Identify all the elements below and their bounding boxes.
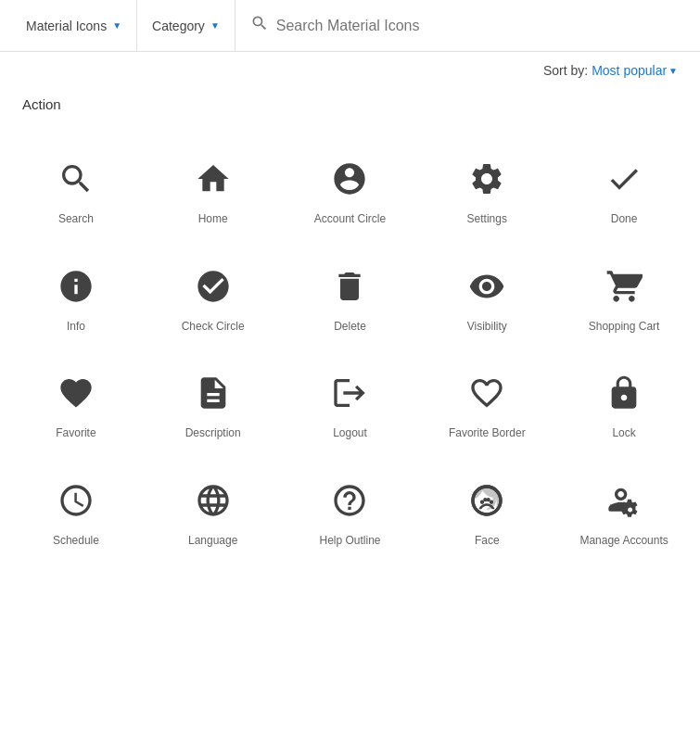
account-circle-label: Account Circle — [314, 212, 386, 227]
done-icon — [602, 157, 646, 201]
language-icon — [191, 478, 235, 523]
done-label: Done — [611, 212, 638, 227]
help-outline-label: Help Outline — [319, 534, 380, 549]
sort-value[interactable]: Most popular — [592, 63, 667, 78]
shopping-cart-icon — [602, 264, 646, 309]
check-circle-icon — [191, 264, 235, 309]
sort-bar: Sort by: Most popular ▼ — [0, 52, 700, 89]
search-icon — [250, 14, 269, 37]
icon-item-favorite[interactable]: Favorite — [7, 348, 145, 456]
delete-label: Delete — [334, 320, 366, 335]
icon-item-description[interactable]: Description — [145, 348, 282, 456]
help-outline-icon — [327, 478, 372, 523]
logout-label: Logout — [333, 426, 367, 441]
lock-label: Lock — [612, 426, 635, 441]
home-label: Home — [198, 212, 228, 227]
language-label: Language — [188, 534, 237, 549]
settings-icon — [465, 157, 509, 201]
manage-accounts-label: Manage Accounts — [579, 534, 668, 549]
material-icons-dropdown[interactable]: Material Icons ▼ — [11, 0, 137, 51]
sort-label: Sort by: — [543, 63, 588, 78]
category-dropdown[interactable]: Category ▼ — [137, 0, 235, 51]
material-icons-chevron-icon: ▼ — [112, 20, 121, 31]
schedule-label: Schedule — [53, 534, 99, 549]
icon-item-favorite-border[interactable]: Favorite Border — [418, 348, 555, 456]
icon-item-shopping-cart[interactable]: Shopping Cart — [555, 242, 693, 349]
search-input[interactable] — [276, 18, 674, 34]
icon-item-visibility[interactable]: Visibility — [418, 242, 555, 349]
material-icons-label: Material Icons — [26, 19, 107, 33]
search-label: Search — [58, 212, 94, 227]
check-circle-label: Check Circle — [182, 320, 245, 335]
delete-icon — [327, 264, 372, 309]
schedule-icon — [54, 478, 98, 523]
info-label: Info — [67, 320, 85, 335]
section-label: Action — [0, 89, 700, 120]
favorite-icon — [54, 371, 98, 415]
sort-chevron-icon[interactable]: ▼ — [668, 66, 678, 76]
favorite-border-icon — [465, 371, 509, 415]
icon-item-schedule[interactable]: Schedule — [7, 456, 145, 564]
icon-item-info[interactable]: Info — [7, 242, 145, 349]
visibility-icon — [465, 264, 509, 309]
face-icon — [465, 478, 509, 523]
favorite-label: Favorite — [56, 426, 95, 441]
favorite-border-label: Favorite Border — [449, 426, 526, 441]
face-label: Face — [475, 534, 500, 549]
settings-label: Settings — [467, 212, 507, 227]
icon-item-lock[interactable]: Lock — [555, 348, 693, 456]
icon-item-account-circle[interactable]: Account Circle — [282, 134, 419, 242]
logout-icon — [327, 371, 372, 415]
lock-icon — [602, 371, 646, 415]
category-chevron-icon: ▼ — [210, 20, 220, 31]
icon-item-logout[interactable]: Logout — [282, 348, 419, 456]
icon-item-manage-accounts[interactable]: Manage Accounts — [555, 456, 693, 564]
account-circle-icon — [327, 157, 372, 201]
icon-item-help-outline[interactable]: Help Outline — [282, 456, 419, 564]
icon-item-settings[interactable]: Settings — [418, 134, 555, 242]
icon-item-delete[interactable]: Delete — [282, 242, 419, 349]
icon-item-check-circle[interactable]: Check Circle — [145, 242, 282, 349]
search-box — [235, 0, 689, 51]
search-icon — [54, 157, 98, 201]
icon-item-done[interactable]: Done — [555, 134, 693, 242]
description-label: Description — [185, 426, 241, 441]
icon-item-language[interactable]: Language — [145, 456, 282, 564]
icons-grid: Search Home Account Circle Settings — [0, 120, 700, 577]
info-icon — [54, 264, 98, 309]
shopping-cart-label: Shopping Cart — [589, 320, 660, 335]
icon-item-home[interactable]: Home — [145, 134, 282, 242]
description-icon — [191, 371, 235, 415]
toolbar: Material Icons ▼ Category ▼ — [0, 0, 700, 52]
category-label: Category — [152, 19, 205, 33]
visibility-label: Visibility — [467, 320, 507, 335]
icon-item-face[interactable]: Face — [418, 456, 555, 564]
home-icon — [191, 157, 235, 201]
manage-accounts-icon — [602, 478, 646, 523]
icon-item-search[interactable]: Search — [7, 134, 145, 242]
